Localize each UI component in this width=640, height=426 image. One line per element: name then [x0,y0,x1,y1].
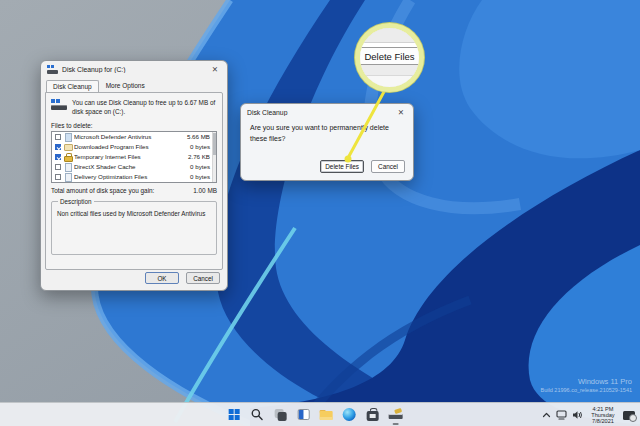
file-row[interactable]: Downloaded Program Files 0 bytes [52,142,216,152]
clock-date: 7/8/2021 [588,418,618,424]
start-button[interactable] [226,406,243,423]
microsoft-store-button[interactable] [364,406,381,423]
system-tray: 4:21 PM Thursday 7/8/2021 [542,403,635,426]
callout-band [360,65,419,76]
watermark-build: Build 21996.co_release.210529-1541 [541,386,632,394]
watermark-edition: Windows 11 Pro [541,377,632,386]
confirm-titlebar[interactable]: Disk Cleanup ✕ [241,104,413,120]
file-row-partial [52,182,216,183]
total-gain-row: Total amount of disk space you gain: 1.0… [51,187,217,194]
task-view-button[interactable] [272,406,289,423]
taskbar-icons [226,406,404,423]
cancel-button[interactable]: Cancel [186,272,220,284]
file-name: Microsoft Defender Antivirus [74,133,181,140]
cleanup-tab-panel: You can use Disk Cleanup to free up to 6… [45,92,223,270]
widgets-button[interactable] [295,406,312,423]
disk-cleanup-titlebar[interactable]: Disk Cleanup for (C:) ✕ [41,61,227,77]
search-icon [251,408,264,421]
disk-cleanup-window: Disk Cleanup for (C:) ✕ Disk Cleanup Mor… [40,60,228,291]
ok-button[interactable]: OK [145,272,179,284]
store-bag-icon [366,411,378,421]
confirm-buttons: Delete Files Cancel [320,160,405,173]
chevron-up-icon[interactable] [542,411,551,419]
window-title: Disk Cleanup for (C:) [62,66,205,73]
file-name: DirectX Shader Cache [74,163,181,170]
file-type-icon [64,133,71,140]
file-size: 0 bytes [184,173,210,180]
cleanup-intro-text: You can use Disk Cleanup to free up to 6… [72,98,217,117]
file-size: 0 bytes [184,163,210,170]
delete-files-button[interactable]: Delete Files [320,160,364,173]
hard-drive-icon [51,99,67,112]
checkbox[interactable] [55,154,61,160]
network-icon[interactable] [556,410,567,420]
total-gain-label: Total amount of disk space you gain: [51,187,154,194]
disk-cleanup-icon [388,409,402,420]
description-groupbox: Description Non critical files used by M… [51,201,217,255]
cleanup-buttons: OK Cancel [145,272,220,284]
taskbar-clock[interactable]: 4:21 PM Thursday 7/8/2021 [588,406,618,425]
windows-logo-icon [229,409,240,420]
edge-icon [343,408,356,421]
tab-more-options[interactable]: More Options [99,79,152,92]
close-icon[interactable]: ✕ [209,65,221,74]
checkbox[interactable] [55,144,61,150]
folder-icon [320,410,333,420]
files-listbox[interactable]: Microsoft Defender Antivirus 5.66 MB Dow… [51,131,217,183]
disk-cleanup-app-icon [47,65,58,74]
file-size: 5.66 MB [184,133,210,140]
description-text: Non critical files used by Microsoft Def… [57,210,211,217]
listbox-scrollbar[interactable] [212,132,216,182]
confirm-message: Are you sure you want to permanently del… [241,120,413,144]
file-type-icon [64,163,71,170]
file-type-icon [64,173,71,180]
total-gain-value: 1.00 MB [193,187,217,194]
files-to-delete-label: Files to delete: [51,122,217,129]
search-button[interactable] [249,406,266,423]
confirm-delete-dialog: Disk Cleanup ✕ Are you sure you want to … [240,103,414,181]
cleanup-intro: You can use Disk Cleanup to free up to 6… [51,98,217,117]
callout-band [360,28,419,43]
edge-button[interactable] [341,406,358,423]
cleanup-tabs: Disk Cleanup More Options [41,78,227,92]
taskbar: 4:21 PM Thursday 7/8/2021 [0,402,640,426]
tray-monitor-badge-icon[interactable] [623,411,635,420]
callout-delete-files-label: Delete Files [360,48,419,65]
close-icon[interactable]: ✕ [395,108,407,117]
widgets-icon [297,409,309,420]
file-row[interactable]: Delivery Optimization Files 0 bytes [52,172,216,182]
desktop: Windows 11 Pro Build 21996.co_release.21… [0,0,640,426]
disk-cleanup-taskbar-button[interactable] [387,406,404,423]
build-watermark: Windows 11 Pro Build 21996.co_release.21… [541,377,632,394]
checkbox[interactable] [55,134,61,140]
dialog-title: Disk Cleanup [247,109,391,116]
file-type-icon [64,143,71,150]
file-explorer-button[interactable] [318,406,335,423]
lock-icon [64,153,71,160]
cancel-button[interactable]: Cancel [371,160,405,173]
callout-magnifier-circle: Delete Files [355,23,424,92]
file-size: 2.76 KB [184,153,210,160]
description-label: Description [58,198,94,205]
file-size: 0 bytes [184,143,210,150]
file-name: Temporary Internet Files [74,153,181,160]
file-row[interactable]: Microsoft Defender Antivirus 5.66 MB [52,132,216,142]
checkbox[interactable] [55,164,61,170]
checkbox[interactable] [55,174,61,180]
file-row[interactable]: Temporary Internet Files 2.76 KB [52,152,216,162]
volume-icon[interactable] [572,410,583,420]
file-name: Delivery Optimization Files [74,173,181,180]
file-row[interactable]: DirectX Shader Cache 0 bytes [52,162,216,172]
file-name: Downloaded Program Files [74,143,181,150]
